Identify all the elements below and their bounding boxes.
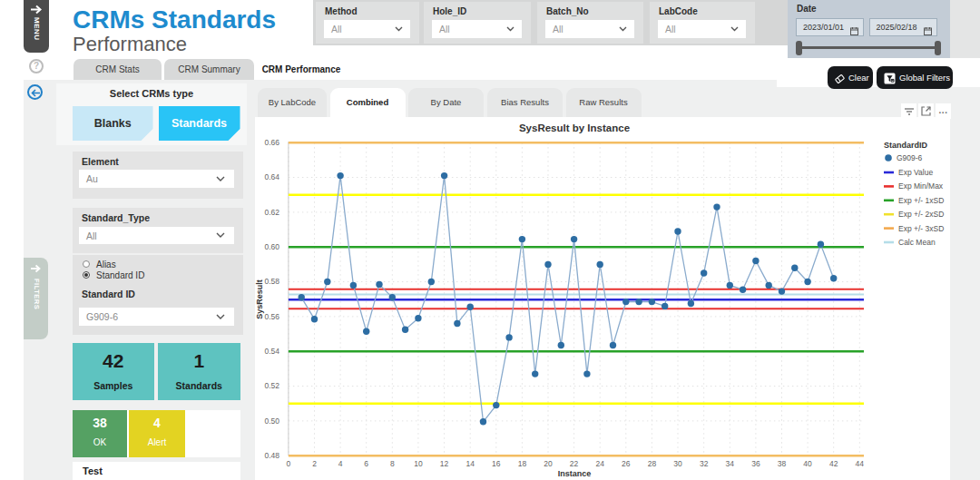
svg-text:Exp Min/Max: Exp Min/Max (898, 181, 944, 191)
svg-text:20: 20 (544, 459, 553, 468)
svg-text:StandardID: StandardID (884, 141, 928, 150)
svg-text:26: 26 (622, 459, 631, 468)
svg-text:SysResult: SysResult (255, 279, 264, 319)
svg-text:0.56: 0.56 (264, 312, 279, 321)
svg-text:Exp +/- 1xSD: Exp +/- 1xSD (898, 196, 944, 205)
svg-text:0.48: 0.48 (264, 451, 279, 460)
svg-text:0.66: 0.66 (264, 138, 279, 147)
svg-text:Instance: Instance (558, 469, 592, 478)
svg-text:44: 44 (856, 459, 865, 468)
svg-text:38: 38 (778, 459, 787, 468)
svg-text:Calc Mean: Calc Mean (898, 238, 936, 247)
svg-text:0: 0 (287, 459, 291, 468)
svg-text:30: 30 (673, 459, 682, 468)
svg-text:36: 36 (751, 459, 760, 468)
svg-text:0.62: 0.62 (264, 208, 279, 217)
svg-text:22: 22 (570, 459, 579, 468)
svg-text:0.58: 0.58 (264, 277, 279, 286)
svg-text:32: 32 (700, 459, 709, 468)
svg-text:0.50: 0.50 (264, 416, 279, 426)
svg-text:28: 28 (648, 459, 657, 468)
svg-text:0.64: 0.64 (264, 172, 279, 181)
svg-text:Exp +/- 2xSD: Exp +/- 2xSD (898, 210, 944, 219)
svg-text:SysResult by Instance: SysResult by Instance (519, 122, 630, 133)
svg-text:34: 34 (726, 459, 735, 468)
svg-text:18: 18 (518, 459, 527, 468)
svg-text:14: 14 (466, 459, 475, 468)
svg-text:2: 2 (312, 459, 317, 468)
svg-text:4: 4 (338, 459, 343, 468)
svg-text:0.54: 0.54 (264, 347, 279, 356)
svg-text:8: 8 (390, 459, 395, 468)
svg-text:10: 10 (414, 459, 423, 468)
svg-text:42: 42 (829, 459, 838, 468)
svg-text:12: 12 (440, 459, 449, 468)
svg-text:16: 16 (492, 459, 501, 468)
svg-text:6: 6 (364, 459, 368, 468)
svg-text:24: 24 (595, 459, 604, 468)
svg-text:G909-6: G909-6 (897, 153, 923, 162)
svg-text:Exp Value: Exp Value (898, 168, 933, 177)
svg-text:0.52: 0.52 (264, 381, 279, 390)
svg-text:40: 40 (803, 459, 812, 468)
svg-text:0.60: 0.60 (264, 242, 279, 251)
svg-text:Exp +/- 3xSD: Exp +/- 3xSD (898, 224, 944, 233)
